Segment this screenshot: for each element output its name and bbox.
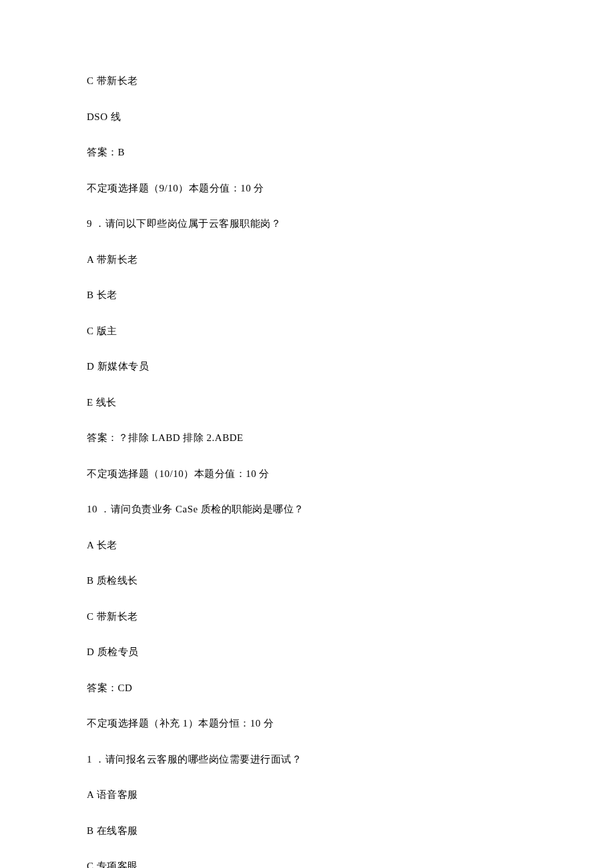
option-line: A 语音客服	[87, 787, 527, 803]
option-line: D 质检专员	[87, 644, 527, 660]
answer-line: 答案：B	[87, 145, 527, 160]
option-line: D 新媒体专员	[87, 359, 527, 374]
option-line: C 带新长老	[87, 609, 527, 624]
section-header: 不定项选择题（10/10）本题分值：10 分	[87, 466, 527, 482]
option-line: B 在线客服	[87, 823, 527, 839]
question-line: 10 ．请问负责业务 CaSe 质检的职能岗是哪位？	[87, 502, 527, 517]
option-line: C 专项客眼	[87, 859, 527, 868]
option-line: C 版主	[87, 324, 527, 339]
option-line: B 长老	[87, 288, 527, 303]
question-line: 9 ．请问以下即些岗位属于云客服职能岗？	[87, 216, 527, 232]
option-line: A 带新长老	[87, 252, 527, 268]
answer-line: 答案：？排除 LABD 排除 2.ABDE	[87, 430, 527, 446]
answer-line: 答案：CD	[87, 681, 527, 696]
option-line: E 线长	[87, 395, 527, 410]
text-line: DSO 线	[87, 109, 527, 125]
document-page: C 带新长老 DSO 线 答案：B 不定项选择题（9/10）本题分值：10 分 …	[0, 0, 614, 868]
text-line: C 带新长老	[87, 73, 527, 89]
section-header: 不定项选择题（补充 1）本题分恒：10 分	[87, 716, 527, 731]
option-line: A 长老	[87, 538, 527, 553]
question-line: 1 ．请问报名云客服的哪些岗位需要进行面试？	[87, 752, 527, 767]
option-line: B 质检线长	[87, 573, 527, 588]
section-header: 不定项选择题（9/10）本题分值：10 分	[87, 181, 527, 196]
